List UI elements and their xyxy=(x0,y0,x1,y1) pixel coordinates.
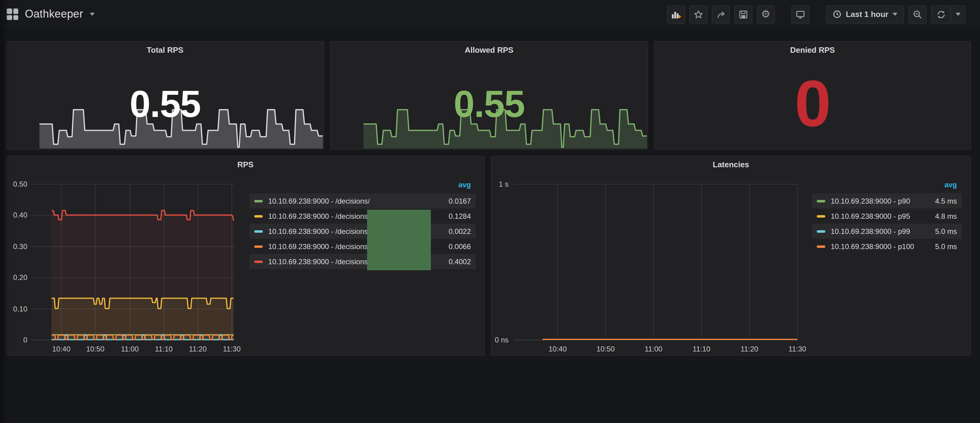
legend-series-label[interactable]: 10.10.69.238:9000 - p99 xyxy=(831,227,910,235)
legend-avg-value: 0.1284 xyxy=(443,212,471,220)
legend-avg-value: 0.0167 xyxy=(443,196,471,205)
stat-value: 0.55 xyxy=(7,86,323,123)
tv-monitor-icon xyxy=(795,10,805,19)
legend-avg-value: 4.8 ms xyxy=(929,212,957,220)
panel-rps-graph: RPS avg 10.10.69.238:9000 - /decisions/0… xyxy=(6,156,485,356)
panel-denied-rps: Denied RPS 0 xyxy=(654,41,971,150)
legend: avg 10.10.69.238:9000 - /decisions/0.016… xyxy=(250,181,476,269)
panel-allowed-rps: Allowed RPS 0.55 xyxy=(330,41,648,150)
chevron-down-icon xyxy=(90,13,95,16)
navbar: Oathkeeper xyxy=(0,0,980,29)
floppy-save-icon xyxy=(738,10,748,19)
time-range-picker[interactable]: Last 1 hour xyxy=(826,5,904,23)
legend-avg-header[interactable]: avg xyxy=(812,181,962,193)
legend-row[interactable]: 10.10.69.238:9000 - p995.0 ms xyxy=(812,223,962,239)
legend-avg-value: 0.4002 xyxy=(443,257,471,266)
series-color-swatch[interactable] xyxy=(817,200,825,202)
series-color-swatch[interactable] xyxy=(254,230,263,233)
panel-title[interactable]: Denied RPS xyxy=(655,46,970,55)
legend-row[interactable]: 10.10.69.238:9000 - p1005.0 ms xyxy=(812,239,962,254)
refresh-icon xyxy=(936,10,946,19)
legend-avg-value: 5.0 ms xyxy=(929,227,957,235)
navbar-actions: ⚙ Last 1 hour xyxy=(667,5,966,23)
share-dashboard-button[interactable] xyxy=(712,5,730,23)
stat-value: 0.55 xyxy=(331,86,648,123)
legend-series-label[interactable]: 10.10.69.238:9000 - /decisions/ xyxy=(268,212,370,220)
legend-avg-value: 0.0066 xyxy=(443,242,471,250)
panel-title[interactable]: RPS xyxy=(7,160,484,169)
refresh-interval-dropdown[interactable] xyxy=(950,6,965,23)
legend-row[interactable]: 10.10.69.238:9000 - /decisions/0.0066 xyxy=(250,239,476,254)
legend-rows: 10.10.69.238:9000 - /decisions/0.016710.… xyxy=(250,193,476,269)
legend-avg-value: 0.0022 xyxy=(443,227,471,235)
star-icon xyxy=(694,10,703,19)
stat-value: 0 xyxy=(655,71,970,136)
legend-series-label[interactable]: 10.10.69.238:9000 - p100 xyxy=(831,242,914,250)
grafana-dashboard: Oathkeeper xyxy=(0,0,980,423)
panel-total-rps: Total RPS 0.55 xyxy=(6,41,324,150)
legend-avg-header[interactable]: avg xyxy=(250,181,476,193)
dashboard-title[interactable]: Oathkeeper xyxy=(25,8,83,21)
legend-series-label[interactable]: 10.10.69.238:9000 - /decisions/ xyxy=(268,242,370,250)
legend-row[interactable]: 10.10.69.238:9000 - /decisions/0.0022 xyxy=(250,223,476,239)
bar-chart-plus-icon xyxy=(671,10,681,19)
add-panel-button[interactable] xyxy=(667,5,685,23)
dashboards-grid-icon[interactable] xyxy=(7,8,18,20)
series-color-swatch[interactable] xyxy=(254,260,263,263)
green-overlay-rect xyxy=(367,210,431,270)
refresh-button-group xyxy=(931,5,966,23)
chevron-down-icon xyxy=(955,13,960,16)
series-color-swatch[interactable] xyxy=(817,215,825,217)
legend-avg-value: 4.5 ms xyxy=(929,196,957,205)
legend-series-label[interactable]: 10.10.69.238:9000 - /decisions/ xyxy=(268,196,370,205)
share-icon xyxy=(716,10,726,19)
series-color-swatch[interactable] xyxy=(254,200,263,202)
legend-row[interactable]: 10.10.69.238:9000 - /decisions/0.4002 xyxy=(250,254,476,269)
gear-icon: ⚙ xyxy=(761,9,771,19)
time-range-label: Last 1 hour xyxy=(846,10,888,19)
refresh-button[interactable] xyxy=(931,6,950,23)
legend: avg 10.10.69.238:9000 - p904.5 ms10.10.6… xyxy=(812,181,962,254)
dashboard-title-dropdown[interactable]: Oathkeeper xyxy=(7,8,95,21)
legend-row[interactable]: 10.10.69.238:9000 - p954.8 ms xyxy=(812,209,962,223)
panel-title[interactable]: Total RPS xyxy=(7,46,323,55)
legend-series-label[interactable]: 10.10.69.238:9000 - /decisions/ xyxy=(268,257,370,266)
star-dashboard-button[interactable] xyxy=(689,5,708,23)
series-color-swatch[interactable] xyxy=(817,245,825,247)
panel-latencies-graph: Latencies avg 10.10.69.238:9000 - p904.5… xyxy=(491,156,971,356)
legend-avg-value: 5.0 ms xyxy=(929,242,957,250)
dashboard-settings-button[interactable]: ⚙ xyxy=(757,5,775,23)
clock-icon xyxy=(832,10,842,19)
series-color-swatch[interactable] xyxy=(817,230,825,233)
legend-series-label[interactable]: 10.10.69.238:9000 - p95 xyxy=(831,212,910,220)
chevron-down-icon xyxy=(892,13,897,16)
series-color-swatch[interactable] xyxy=(254,215,263,217)
panel-title[interactable]: Latencies xyxy=(492,160,970,169)
legend-row[interactable]: 10.10.69.238:9000 - p904.5 ms xyxy=(812,193,962,209)
save-dashboard-button[interactable] xyxy=(734,5,752,23)
legend-series-label[interactable]: 10.10.69.238:9000 - /decisions/ xyxy=(268,227,370,235)
zoom-out-time-button[interactable] xyxy=(908,5,927,23)
legend-rows: 10.10.69.238:9000 - p904.5 ms10.10.69.23… xyxy=(812,193,962,254)
series-color-swatch[interactable] xyxy=(254,245,263,247)
legend-series-label[interactable]: 10.10.69.238:9000 - p90 xyxy=(831,196,910,205)
magnifier-minus-icon xyxy=(913,10,922,19)
legend-row[interactable]: 10.10.69.238:9000 - /decisions/0.1284 xyxy=(250,209,476,223)
panel-title[interactable]: Allowed RPS xyxy=(331,46,648,55)
legend-row[interactable]: 10.10.69.238:9000 - /decisions/0.0167 xyxy=(250,193,476,209)
cycle-view-mode-button[interactable] xyxy=(791,5,810,23)
